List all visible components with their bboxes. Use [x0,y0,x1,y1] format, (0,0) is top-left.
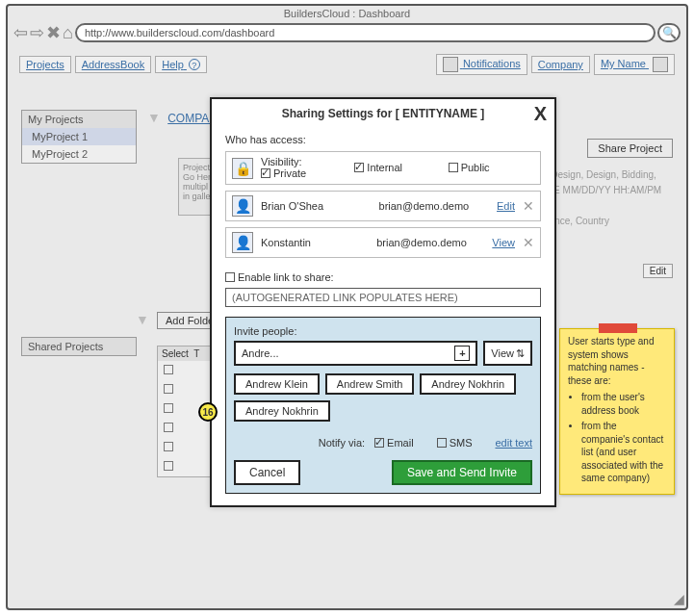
nav-addressbook[interactable]: AddressBook [75,56,151,73]
back-icon[interactable]: ⇦ [13,24,28,41]
panel-my-projects: My Projects MyProject 1 MyProject 2 [21,110,137,164]
notify-sms[interactable]: SMS [437,437,473,449]
plus-icon[interactable]: + [454,346,470,361]
remove-user-button[interactable]: ✕ [523,198,534,214]
edit-chip[interactable]: Edit [643,264,673,278]
cancel-button[interactable]: Cancel [234,460,300,485]
suggestion-item[interactable]: Andrey Nokhrin [234,400,330,422]
panel-shared-projects: Shared Projects [21,337,137,356]
invite-input-value: Andre... [242,347,279,359]
user-action-edit[interactable]: Edit [497,200,515,212]
generated-link-field[interactable]: (AUTOGENERATED LINK POPULATES HERE) [225,288,541,307]
list-row[interactable] [158,361,214,380]
help-icon: ? [189,59,200,70]
user-action-view[interactable]: View [492,237,515,248]
list-header: Select T [158,346,214,361]
nav-projects[interactable]: Projects [19,56,71,73]
header-links: Projects AddressBook Help ? Notification… [8,48,686,81]
suggestion-item[interactable]: Andrey Nokhrin [420,373,516,395]
user-name: Brian O'Shea [261,200,372,212]
modal-title: Sharing Settings for [ ENTITYNAME ] [212,99,554,124]
nav-myname[interactable]: My Name [594,54,675,75]
suggestion-item[interactable]: Andrew Smith [325,373,414,395]
access-user-row: 👤 Brian O'Shea brian@demo.demo Edit ✕ [225,191,541,221]
remove-user-button[interactable]: ✕ [523,235,534,250]
panel-title-my-projects: My Projects [22,111,136,128]
checkbox-icon [261,168,270,178]
stepper-icon: ⇅ [516,347,525,360]
search-button[interactable]: 🔍 [657,23,681,42]
notify-email[interactable]: Email [374,437,414,449]
invite-label: Invite people: [234,325,532,337]
panel-title-shared-projects: Shared Projects [22,338,136,355]
project-meta: -Design, Design, Bidding, TE MM/DD/YY HH… [548,167,673,229]
collapse-icon-2[interactable]: ▼ [136,312,149,327]
nav-help[interactable]: Help ? [155,56,207,73]
who-has-access-label: Who has access: [225,134,541,145]
checkbox-icon [437,438,447,448]
bell-icon [443,57,458,72]
browser-frame: BuildersCloud : Dashboard ⇦ ⇨ ✖ ⌂ http:/… [6,4,688,610]
enable-link-row: Enable link to share: (AUTOGENERATED LIN… [225,271,541,307]
list-row[interactable] [158,380,214,399]
forward-icon[interactable]: ⇨ [30,24,44,41]
access-user-row: 👤 Konstantin brian@demo.demo View ✕ [225,227,541,258]
user-email: brian@demo.demo [379,200,490,212]
user-icon: 👤 [232,195,253,217]
list-row[interactable] [158,419,214,438]
checkbox-icon [225,272,235,282]
browser-toolbar: ⇦ ⇨ ✖ ⌂ http://www.builderscloud.com/das… [8,21,686,48]
visibility-row: 🔒 Visibility: Private Internal [225,151,541,185]
close-button[interactable]: X [534,103,547,125]
suggestion-item[interactable]: Andrew Klein [234,373,320,395]
invite-suggestions: Andrew Klein Andrew Smith Andrey Nokhrin… [234,373,532,422]
sticky-intro: User starts type and system shows matchi… [568,335,666,387]
resize-grip-icon[interactable]: ◢ [674,591,684,606]
list-row[interactable] [158,457,214,476]
sidebar-item-project-2[interactable]: MyProject 2 [22,145,136,163]
invite-view-button[interactable]: View ⇅ [483,341,532,366]
sticky-note: User starts type and system shows matchi… [559,328,675,495]
window-title: BuildersCloud : Dashboard [8,6,686,21]
sharing-modal: X Sharing Settings for [ ENTITYNAME ] Wh… [210,97,556,507]
user-email: brian@demo.demo [376,237,484,248]
annotation-callout: 16 [198,402,218,422]
checkbox-icon [354,163,364,172]
invite-panel: Invite people: Andre... + View ⇅ Andrew … [225,317,541,494]
lock-icon: 🔒 [232,158,253,179]
sidebar: My Projects MyProject 1 MyProject 2 Shar… [21,110,137,366]
visibility-private[interactable]: Private [261,167,306,179]
save-send-button[interactable]: Save and Send Invite [392,460,532,485]
edit-text-link[interactable]: edit text [495,437,532,449]
list-row[interactable] [158,438,214,457]
search-icon: 🔍 [662,26,677,39]
collapse-icon[interactable]: ▼ [147,110,161,125]
checkbox-icon [449,163,458,172]
invite-input[interactable]: Andre... + [234,341,477,366]
user-name: Konstantin [261,237,369,248]
checkbox-icon [374,438,384,448]
sidebar-item-project-1[interactable]: MyProject 1 [22,128,136,145]
visibility-label: Visibility: [261,156,347,167]
user-icon: 👤 [232,232,253,253]
nav-notifications[interactable]: Notifications [436,54,527,75]
nav-company[interactable]: Company [531,56,590,73]
sticky-bullet: from the user's address book [581,391,666,417]
url-text: http://www.builderscloud.com/dashboard [85,27,275,38]
share-project-button[interactable]: Share Project [587,139,673,158]
sticky-bullet: from the companie's contact list (and us… [581,420,666,485]
notify-label: Notify via: [319,437,365,449]
url-bar[interactable]: http://www.builderscloud.com/dashboard [75,23,655,42]
stop-icon[interactable]: ✖ [46,24,61,41]
enable-link-checkbox[interactable]: Enable link to share: [225,271,334,283]
notify-row: Notify via: Email SMS edit text [234,437,532,449]
avatar-icon [653,57,668,72]
visibility-internal[interactable]: Internal [354,162,402,173]
visibility-public[interactable]: Public [449,162,490,173]
home-icon[interactable]: ⌂ [63,24,73,41]
